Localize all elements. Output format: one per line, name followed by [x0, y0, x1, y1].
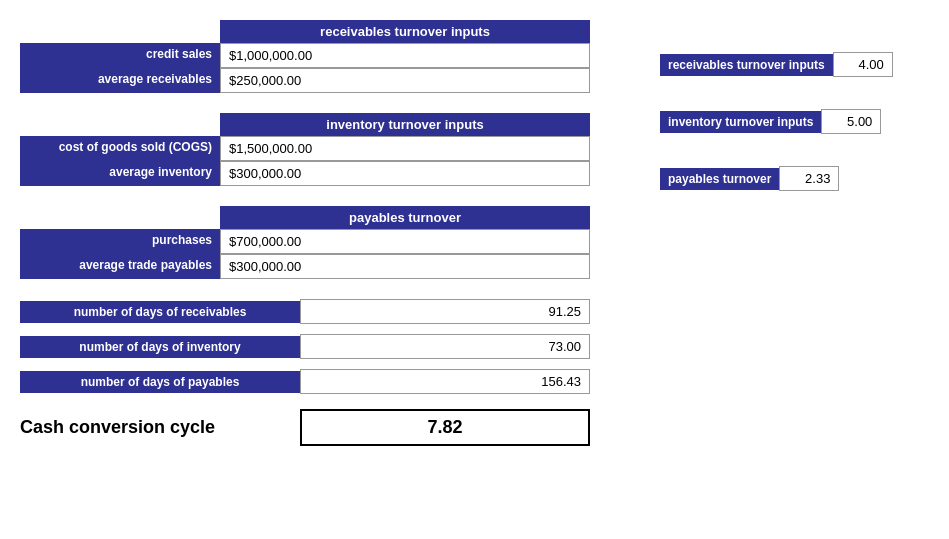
receivables-result-label: receivables turnover inputs	[660, 54, 833, 76]
cogs-value[interactable]: $1,500,000.00	[220, 136, 590, 161]
right-section: receivables turnover inputs 4.00 invento…	[660, 20, 893, 446]
inventory-input-group: inventory turnover inputs cost of goods …	[20, 113, 600, 186]
left-section: receivables turnover inputs credit sales…	[20, 20, 600, 446]
ccc-value: 7.82	[300, 409, 590, 446]
days-payables-row: number of days of payables 156.43	[20, 369, 600, 394]
average-receivables-row: average receivables $250,000.00	[20, 68, 600, 93]
receivables-result-row: receivables turnover inputs 4.00	[660, 52, 893, 77]
purchases-row: purchases $700,000.00	[20, 229, 600, 254]
days-inventory-value: 73.00	[300, 334, 590, 359]
main-container: receivables turnover inputs credit sales…	[20, 20, 929, 446]
payables-result-row: payables turnover 2.33	[660, 166, 893, 191]
average-payables-value[interactable]: $300,000.00	[220, 254, 590, 279]
cogs-label: cost of goods sold (COGS)	[20, 136, 220, 161]
receivables-input-group: receivables turnover inputs credit sales…	[20, 20, 600, 93]
days-receivables-label: number of days of receivables	[20, 301, 300, 323]
inventory-header: inventory turnover inputs	[220, 113, 590, 136]
receivables-result-value: 4.00	[833, 52, 893, 77]
average-payables-label: average trade payables	[20, 254, 220, 279]
days-receivables-row: number of days of receivables 91.25	[20, 299, 600, 324]
payables-input-group: payables turnover purchases $700,000.00 …	[20, 206, 600, 279]
credit-sales-row: credit sales $1,000,000.00	[20, 43, 600, 68]
days-inventory-label: number of days of inventory	[20, 336, 300, 358]
payables-result-value: 2.33	[779, 166, 839, 191]
average-receivables-value[interactable]: $250,000.00	[220, 68, 590, 93]
days-payables-value: 156.43	[300, 369, 590, 394]
credit-sales-label: credit sales	[20, 43, 220, 68]
days-payables-label: number of days of payables	[20, 371, 300, 393]
average-inventory-row: average inventory $300,000.00	[20, 161, 600, 186]
inventory-result-label: inventory turnover inputs	[660, 111, 821, 133]
days-receivables-value: 91.25	[300, 299, 590, 324]
inventory-result-value: 5.00	[821, 109, 881, 134]
days-section: number of days of receivables 91.25 numb…	[20, 299, 600, 394]
average-payables-row: average trade payables $300,000.00	[20, 254, 600, 279]
payables-header: payables turnover	[220, 206, 590, 229]
purchases-label: purchases	[20, 229, 220, 254]
payables-result-group: payables turnover 2.33	[660, 166, 893, 191]
ccc-label: Cash conversion cycle	[20, 413, 300, 442]
inventory-result-row: inventory turnover inputs 5.00	[660, 109, 893, 134]
purchases-value[interactable]: $700,000.00	[220, 229, 590, 254]
receivables-header: receivables turnover inputs	[220, 20, 590, 43]
cogs-row: cost of goods sold (COGS) $1,500,000.00	[20, 136, 600, 161]
days-inventory-row: number of days of inventory 73.00	[20, 334, 600, 359]
average-inventory-label: average inventory	[20, 161, 220, 186]
ccc-section: Cash conversion cycle 7.82	[20, 409, 600, 446]
inventory-result-group: inventory turnover inputs 5.00	[660, 109, 893, 134]
average-receivables-label: average receivables	[20, 68, 220, 93]
credit-sales-value[interactable]: $1,000,000.00	[220, 43, 590, 68]
payables-result-label: payables turnover	[660, 168, 779, 190]
receivables-result-group: receivables turnover inputs 4.00	[660, 52, 893, 77]
average-inventory-value[interactable]: $300,000.00	[220, 161, 590, 186]
